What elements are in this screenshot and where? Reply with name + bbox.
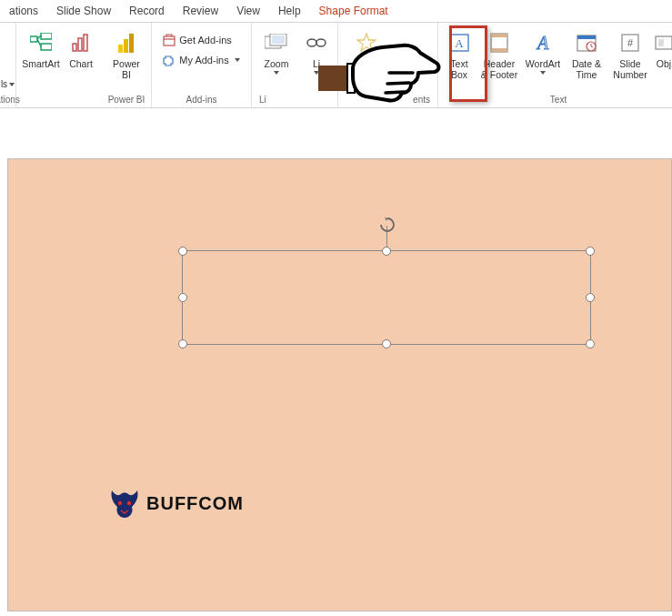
wordart-button[interactable]: A WordArt xyxy=(522,26,564,75)
group-label-powerbi: Power BI xyxy=(108,95,145,106)
svg-rect-2 xyxy=(41,44,52,50)
action-button[interactable] xyxy=(346,26,387,69)
svg-rect-1 xyxy=(41,33,52,39)
bull-icon xyxy=(108,487,141,520)
ribbon-group-powerbi: Power BI Power BI xyxy=(102,23,152,107)
svg-point-13 xyxy=(307,39,316,46)
caret-down-icon xyxy=(235,58,240,62)
text-box-shape[interactable] xyxy=(182,250,591,345)
zoom-label: Zoom xyxy=(265,58,289,75)
partial-ls-label: ls xyxy=(1,79,7,89)
svg-rect-5 xyxy=(84,35,87,51)
svg-rect-22 xyxy=(577,35,596,39)
svg-rect-3 xyxy=(73,44,76,51)
resize-handle[interactable] xyxy=(586,293,595,302)
svg-text:A: A xyxy=(536,33,549,53)
get-addins-label: Get Add-ins xyxy=(179,35,231,45)
object-icon xyxy=(655,30,672,56)
rotate-handle[interactable] xyxy=(379,217,396,235)
svg-rect-9 xyxy=(164,36,175,45)
wordart-label: WordArt xyxy=(526,58,560,75)
smartart-button[interactable]: SmartArt xyxy=(20,26,62,69)
svg-rect-6 xyxy=(118,45,123,53)
powerbi-label: Power BI xyxy=(113,58,140,80)
svg-rect-0 xyxy=(30,36,37,42)
powerbi-button[interactable]: Power BI xyxy=(105,26,147,80)
ribbon-group-comments: ents xyxy=(338,23,438,107)
chart-icon xyxy=(71,30,91,56)
my-addins-button[interactable]: My Add-ins xyxy=(159,52,243,68)
svg-rect-4 xyxy=(78,38,82,51)
logo: BUFFCOM xyxy=(108,487,244,520)
date-time-button[interactable]: Date & Time xyxy=(566,26,607,80)
tabbar: ations Slide Show Record Review View Hel… xyxy=(0,0,672,22)
text-box-icon: A xyxy=(449,30,469,56)
group-label-addins: Add-ins xyxy=(186,95,217,106)
group-label-links: Li xyxy=(256,95,266,106)
svg-rect-27 xyxy=(658,39,664,46)
resize-handle[interactable] xyxy=(382,339,391,348)
ribbon-group-links: Zoom Li Li xyxy=(252,23,338,107)
tab-shape-format[interactable]: Shape Format xyxy=(310,1,397,21)
resize-handle[interactable] xyxy=(178,293,187,302)
star-icon xyxy=(356,30,376,56)
link-icon xyxy=(306,30,326,56)
powerbi-icon xyxy=(117,30,135,56)
slide-number-button[interactable]: # Slide Number xyxy=(609,26,651,80)
date-time-label: Date & Time xyxy=(572,58,601,80)
zoom-button[interactable]: Zoom xyxy=(256,26,297,75)
svg-point-14 xyxy=(316,39,326,46)
group-label-comments: ents xyxy=(413,95,434,106)
group-label-text: Text xyxy=(550,95,567,106)
tab-slideshow[interactable]: Slide Show xyxy=(47,1,120,21)
resize-handle[interactable] xyxy=(178,247,187,256)
link-label: Li xyxy=(313,58,320,75)
svg-rect-19 xyxy=(491,48,507,52)
tab-record[interactable]: Record xyxy=(120,1,174,21)
link-button[interactable]: Li xyxy=(299,26,334,75)
ribbon-group-addins: Get Add-ins My Add-ins Add-ins xyxy=(152,23,252,107)
svg-rect-12 xyxy=(272,35,285,44)
smartart-icon xyxy=(30,30,52,56)
resize-handle[interactable] xyxy=(178,339,187,348)
slide-number-icon: # xyxy=(621,30,639,56)
get-addins-button[interactable]: Get Add-ins xyxy=(159,32,243,48)
tab-help[interactable]: Help xyxy=(269,1,310,21)
tab-view[interactable]: View xyxy=(227,1,269,21)
tab-review[interactable]: Review xyxy=(174,1,227,21)
text-box-button[interactable]: A Text Box xyxy=(442,26,476,80)
slide[interactable]: BUFFCOM xyxy=(7,158,672,611)
group-label-spacer1 xyxy=(58,95,61,106)
object-button[interactable]: Obj xyxy=(653,26,672,69)
logo-text: BUFFCOM xyxy=(146,493,244,514)
smartart-label: SmartArt xyxy=(22,58,59,69)
chart-button[interactable]: Chart xyxy=(64,26,98,69)
svg-point-31 xyxy=(127,501,131,505)
text-box-label: Text Box xyxy=(450,58,467,80)
svg-rect-8 xyxy=(129,34,134,53)
ribbon: ls ations SmartArt xyxy=(0,22,672,108)
zoom-icon xyxy=(265,30,288,56)
wordart-icon: A xyxy=(532,30,554,56)
action-label xyxy=(365,58,367,69)
slide-number-label: Slide Number xyxy=(613,58,647,80)
store-icon xyxy=(163,34,176,46)
svg-rect-7 xyxy=(124,39,128,53)
header-footer-label: Header & Footer xyxy=(481,58,517,80)
canvas-area: BUFFCOM xyxy=(0,108,672,611)
resize-handle[interactable] xyxy=(586,339,595,348)
ribbon-group-partial: ls ations xyxy=(0,23,16,107)
addins-icon xyxy=(163,54,176,66)
resize-handle[interactable] xyxy=(586,247,595,256)
svg-point-30 xyxy=(118,501,122,505)
chart-label: Chart xyxy=(69,58,93,69)
resize-handle[interactable] xyxy=(382,247,391,256)
ribbon-group-illustrations: SmartArt Chart xyxy=(16,23,102,107)
svg-text:#: # xyxy=(627,37,634,48)
ribbon-group-text: A Text Box Header & Footer xyxy=(438,23,672,107)
caret-down-icon xyxy=(9,83,15,86)
my-addins-label: My Add-ins xyxy=(179,55,228,66)
header-footer-icon xyxy=(490,30,508,56)
header-footer-button[interactable]: Header & Footer xyxy=(478,26,520,80)
tab-animations[interactable]: ations xyxy=(0,1,47,21)
